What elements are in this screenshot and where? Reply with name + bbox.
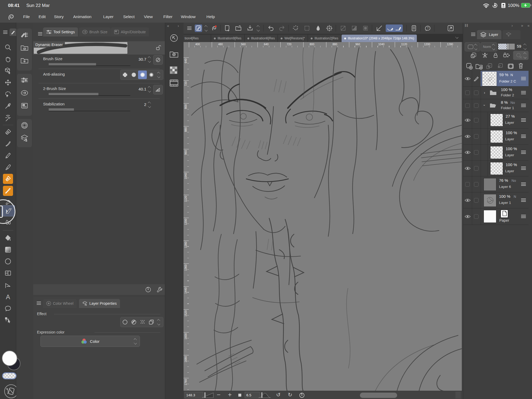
rotate-ccw-button[interactable]: ↺ <box>276 392 281 398</box>
balloon-tool[interactable] <box>3 304 13 313</box>
delete-layer-button[interactable] <box>518 63 524 69</box>
reselect-button[interactable] <box>303 24 311 32</box>
effect-border-option[interactable] <box>147 318 156 326</box>
correct-line-tool[interactable] <box>3 316 13 325</box>
rotation-value[interactable]: 6.5 <box>245 392 260 398</box>
collapse-all-icon[interactable]: « <box>527 24 530 27</box>
fit-screen-button[interactable] <box>238 394 241 397</box>
layer-row-4[interactable]: 100 % Layer <box>463 128 529 145</box>
gradient-tool[interactable] <box>3 245 13 254</box>
transparent-color-swatch[interactable] <box>2 372 16 379</box>
opacity-stepper[interactable] <box>524 44 526 50</box>
layer-row-menu[interactable] <box>521 199 526 202</box>
visibility-cell[interactable] <box>463 144 472 160</box>
layer-row-paper[interactable]: Paper <box>463 208 529 225</box>
menu-filter[interactable]: Filter <box>163 14 172 19</box>
canvas-tab-3[interactable]: Illustration6[Res <box>245 35 278 42</box>
menu-layer[interactable]: Layer <box>103 14 114 19</box>
layer-thumbnail[interactable] <box>490 162 503 175</box>
onscreen-keypad-button[interactable] <box>410 24 418 32</box>
combine-layer-button[interactable] <box>486 63 493 69</box>
brush-size-stepper[interactable] <box>148 57 151 62</box>
tab-layer[interactable]: Layer <box>477 30 501 39</box>
canvas-tab-4[interactable]: Wel[Restore]* <box>278 35 307 42</box>
layer-row-menu[interactable] <box>521 167 526 170</box>
effect-tone-option[interactable] <box>129 318 138 326</box>
brush2-size-slider[interactable] <box>49 93 130 96</box>
layer-row-selected[interactable]: 59 % N Folder 2 C <box>463 71 529 87</box>
select-cell[interactable] <box>472 128 481 144</box>
selection-lasso-tool[interactable] <box>3 90 13 99</box>
canvas-tab-1[interactable]: tion4[Res <box>184 35 211 42</box>
blend-mode-dropdown[interactable]: Norm <box>481 42 497 51</box>
visibility-cell[interactable] <box>463 128 472 144</box>
menu-file[interactable]: File <box>23 14 30 19</box>
command-menu-icon[interactable] <box>186 24 193 32</box>
menu-animation[interactable]: Animation <box>73 14 92 19</box>
fountain-pen-tool[interactable] <box>3 174 13 184</box>
reset-view-button[interactable] <box>299 392 305 398</box>
quick-access-button[interactable] <box>169 34 178 43</box>
dock-brush-size-icon[interactable] <box>17 87 32 99</box>
layer-row-6[interactable]: 100 % Layer <box>463 160 529 176</box>
layer-row-menu[interactable] <box>521 118 526 122</box>
reference-layer-icon[interactable] <box>482 52 488 58</box>
auto-select-wand-tool[interactable] <box>3 113 13 122</box>
lock-transparent-icon[interactable] <box>503 52 510 58</box>
tab-list-chevron-icon[interactable] <box>456 36 458 38</box>
tab-align-distribute[interactable]: Align/Distribute <box>111 27 149 36</box>
aa-none-option[interactable] <box>120 71 129 79</box>
operate-object-tool[interactable] <box>3 66 13 75</box>
select-cell[interactable] <box>472 99 481 112</box>
fullscreen-button[interactable] <box>447 24 454 32</box>
wrench-settings-icon[interactable] <box>156 286 163 293</box>
layer-thumbnail[interactable] <box>484 194 496 207</box>
snap-line-button[interactable] <box>395 24 402 32</box>
visibility-cell[interactable] <box>463 86 472 99</box>
rotate-cw-button[interactable]: ↻ <box>288 392 292 398</box>
zoom-slider[interactable] <box>202 392 214 398</box>
select-cell[interactable] <box>472 144 481 160</box>
layer-row-menu[interactable] <box>521 91 526 94</box>
blend-tool[interactable] <box>3 218 13 227</box>
dock-tool-settings-icon[interactable] <box>17 74 32 87</box>
layer-row-folder2[interactable]: › 100 % Folder 2 <box>463 86 529 99</box>
tab-color-wheel[interactable]: Color Wheel <box>43 299 77 308</box>
main-color-swatch[interactable] <box>2 351 17 366</box>
expand-panel-icon[interactable]: › <box>512 24 513 27</box>
layer-thumbnail[interactable] <box>490 146 503 159</box>
snap-curve-button[interactable] <box>386 24 394 32</box>
material-3d-button[interactable] <box>169 50 178 58</box>
aa-strong-option[interactable] <box>147 71 156 79</box>
expand-all-icon[interactable]: » <box>521 24 523 27</box>
file-stepper[interactable] <box>256 24 260 32</box>
layer-thumbnail[interactable] <box>490 130 503 143</box>
new-canvas-button[interactable] <box>223 24 231 32</box>
visibility-cell[interactable] <box>463 112 472 128</box>
menu-view[interactable]: View <box>144 14 153 19</box>
tab-brush-size[interactable]: Brush Size <box>79 27 111 36</box>
zoom-in-button[interactable]: + <box>228 392 232 397</box>
select-cell[interactable] <box>472 112 481 128</box>
layer-panel-menu-icon[interactable] <box>471 33 475 36</box>
scale-rotate-button[interactable] <box>326 24 333 32</box>
select-cell[interactable] <box>472 160 481 176</box>
layer-row-5[interactable]: 100 % Layer <box>463 144 529 161</box>
visibility-cell[interactable] <box>463 99 472 112</box>
layer-thumbnail[interactable] <box>484 210 496 223</box>
visibility-cell[interactable] <box>463 71 472 86</box>
layer-row-menu[interactable] <box>521 215 526 218</box>
canvas-tab-2[interactable]: Illustration9[Res <box>211 35 244 42</box>
collapse-strip-icon[interactable]: « <box>167 24 169 28</box>
layer-row-menu[interactable] <box>521 151 526 154</box>
clear-button[interactable] <box>339 24 347 32</box>
edit-target-cell[interactable] <box>472 71 481 86</box>
snap-ruler-button[interactable] <box>376 24 383 32</box>
move-tool[interactable] <box>3 78 13 87</box>
undo-button[interactable] <box>267 24 275 32</box>
layer-thumbnail[interactable] <box>490 114 503 126</box>
visibility-cell[interactable] <box>463 176 472 192</box>
aa-weak-option[interactable] <box>129 71 138 79</box>
frame-border-tool[interactable] <box>3 269 13 278</box>
anti-aliasing-stepper[interactable] <box>156 72 161 78</box>
